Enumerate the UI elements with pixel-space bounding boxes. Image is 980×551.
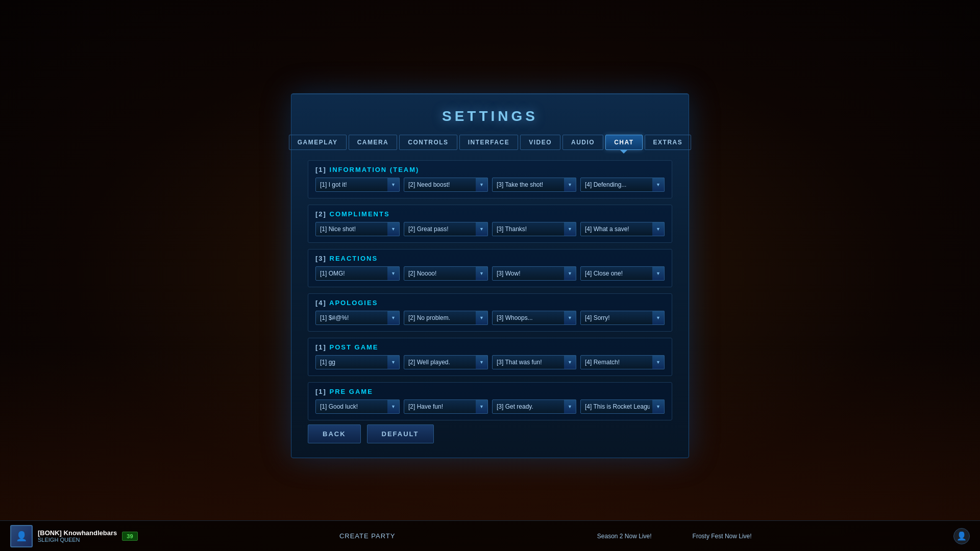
tab-controls[interactable]: CONTROLS <box>399 135 457 150</box>
post-dropdown-3[interactable]: [3] That was fun! <box>492 355 576 369</box>
info-dropdown-2[interactable]: [2] Need boost! <box>404 178 488 192</box>
section-information-bracket: [1] <box>315 166 327 173</box>
react-dropdown-1-wrapper: [1] OMG! <box>315 266 400 281</box>
react-dropdown-2-wrapper: [2] Noooo! <box>404 266 488 281</box>
settings-content: [1] INFORMATION (TEAM) [1] I got it! [2]… <box>308 160 672 420</box>
post-game-dropdowns-row: [1] gg [2] Well played. [3] That was fun… <box>315 355 665 369</box>
reactions-dropdowns-row: [1] OMG! [2] Noooo! [3] Wow! <box>315 266 665 281</box>
post-dropdown-2-wrapper: [2] Well played. <box>404 355 488 369</box>
section-reactions-title: [3] REACTIONS <box>315 255 665 262</box>
pre-dropdown-1-wrapper: [1] Good luck! <box>315 399 400 414</box>
avatar: 👤 <box>10 525 33 547</box>
section-reactions-bracket: [3] <box>315 255 327 262</box>
comp-dropdown-2[interactable]: [2] Great pass! <box>404 222 488 236</box>
info-dropdown-3-wrapper: [3] Take the shot! <box>492 178 576 192</box>
apol-dropdown-4-wrapper: [4] Sorry! <box>580 311 665 325</box>
comp-dropdown-4[interactable]: [4] What a save! <box>580 222 665 236</box>
info-dropdown-2-wrapper: [2] Need boost! <box>404 178 488 192</box>
post-dropdown-4-wrapper: [4] Rematch! <box>580 355 665 369</box>
information-dropdowns-row: [1] I got it! [2] Need boost! [3] Take t… <box>315 178 665 192</box>
player-tag: [BONK] Knowhandlebars <box>38 529 117 537</box>
settings-modal: SETTINGS GAMEPLAY CAMERA CONTROLS INTERF… <box>291 93 689 458</box>
comp-dropdown-1[interactable]: [1] Nice shot! <box>315 222 400 236</box>
section-reactions-name: REACTIONS <box>330 255 378 262</box>
news-ticker: Season 2 Now Live! Frosty Fest Now Live! <box>597 533 752 540</box>
react-dropdown-2[interactable]: [2] Noooo! <box>404 266 488 281</box>
modal-title: SETTINGS <box>308 108 672 124</box>
apol-dropdown-3-wrapper: [3] Whoops... <box>492 311 576 325</box>
bottom-buttons: BACK DEFAULT <box>308 424 672 443</box>
tab-chat[interactable]: CHAT <box>605 135 642 150</box>
section-reactions: [3] REACTIONS [1] OMG! [2] Noooo! <box>308 249 672 287</box>
apol-dropdown-1-wrapper: [1] $#@%! <box>315 311 400 325</box>
section-post-game: [1] POST GAME [1] gg [2] Well played. <box>308 338 672 376</box>
apologies-dropdowns-row: [1] $#@%! [2] No problem. [3] Whoops... <box>315 311 665 325</box>
modal-overlay: SETTINGS GAMEPLAY CAMERA CONTROLS INTERF… <box>0 0 980 551</box>
tab-gameplay[interactable]: GAMEPLAY <box>289 135 347 150</box>
section-compliments-title: [2] COMPLIMENTS <box>315 210 665 218</box>
news-item-1: Season 2 Now Live! <box>597 533 652 540</box>
section-apologies-bracket: [4] <box>315 299 327 307</box>
pre-dropdown-3[interactable]: [3] Get ready. <box>492 399 576 414</box>
pre-game-dropdowns-row: [1] Good luck! [2] Have fun! [3] Get rea… <box>315 399 665 414</box>
section-pre-game-name: PRE GAME <box>330 388 373 395</box>
section-pre-game-bracket: [1] <box>315 388 327 395</box>
tab-audio[interactable]: AUDIO <box>562 135 603 150</box>
tab-extras[interactable]: EXTRAS <box>645 135 692 150</box>
comp-dropdown-3-wrapper: [3] Thanks! <box>492 222 576 236</box>
react-dropdown-1[interactable]: [1] OMG! <box>315 266 400 281</box>
section-compliments-bracket: [2] <box>315 210 327 218</box>
post-dropdown-2[interactable]: [2] Well played. <box>404 355 488 369</box>
pre-dropdown-4-wrapper: [4] This is Rocket League! <box>580 399 665 414</box>
react-dropdown-3-wrapper: [3] Wow! <box>492 266 576 281</box>
apol-dropdown-4[interactable]: [4] Sorry! <box>580 311 665 325</box>
section-information-team-title: [1] INFORMATION (TEAM) <box>315 166 665 173</box>
section-post-game-name: POST GAME <box>330 343 379 351</box>
pre-dropdown-2-wrapper: [2] Have fun! <box>404 399 488 414</box>
section-compliments-name: COMPLIMENTS <box>330 210 390 218</box>
social-icon[interactable]: 👤 <box>953 528 970 544</box>
section-apologies-title: [4] APOLOGIES <box>315 299 665 307</box>
pre-dropdown-4[interactable]: [4] This is Rocket League! <box>580 399 665 414</box>
compliments-dropdowns-row: [1] Nice shot! [2] Great pass! [3] Thank… <box>315 222 665 236</box>
comp-dropdown-1-wrapper: [1] Nice shot! <box>315 222 400 236</box>
section-information-team: [1] INFORMATION (TEAM) [1] I got it! [2]… <box>308 160 672 198</box>
create-party-button[interactable]: CREATE PARTY <box>339 532 396 540</box>
post-dropdown-4[interactable]: [4] Rematch! <box>580 355 665 369</box>
comp-dropdown-3[interactable]: [3] Thanks! <box>492 222 576 236</box>
post-dropdown-3-wrapper: [3] That was fun! <box>492 355 576 369</box>
tabs-container: GAMEPLAY CAMERA CONTROLS INTERFACE VIDEO… <box>308 135 672 150</box>
pre-dropdown-2[interactable]: [2] Have fun! <box>404 399 488 414</box>
pre-dropdown-1[interactable]: [1] Good luck! <box>315 399 400 414</box>
section-post-game-bracket: [1] <box>315 343 327 351</box>
pre-dropdown-3-wrapper: [3] Get ready. <box>492 399 576 414</box>
apol-dropdown-1[interactable]: [1] $#@%! <box>315 311 400 325</box>
back-button[interactable]: BACK <box>308 424 361 443</box>
section-apologies: [4] APOLOGIES [1] $#@%! [2] No problem. <box>308 293 672 332</box>
apol-dropdown-2[interactable]: [2] No problem. <box>404 311 488 325</box>
react-dropdown-3[interactable]: [3] Wow! <box>492 266 576 281</box>
apol-dropdown-3[interactable]: [3] Whoops... <box>492 311 576 325</box>
section-compliments: [2] COMPLIMENTS [1] Nice shot! [2] Great… <box>308 205 672 243</box>
comp-dropdown-2-wrapper: [2] Great pass! <box>404 222 488 236</box>
post-dropdown-1[interactable]: [1] gg <box>315 355 400 369</box>
react-dropdown-4[interactable]: [4] Close one! <box>580 266 665 281</box>
info-dropdown-3[interactable]: [3] Take the shot! <box>492 178 576 192</box>
player-level: 39 <box>122 532 137 541</box>
news-item-2: Frosty Fest Now Live! <box>693 533 752 540</box>
info-dropdown-4[interactable]: [4] Defending... <box>580 178 665 192</box>
post-dropdown-1-wrapper: [1] gg <box>315 355 400 369</box>
default-button[interactable]: DEFAULT <box>367 424 434 443</box>
section-apologies-name: APOLOGIES <box>329 299 378 307</box>
comp-dropdown-4-wrapper: [4] What a save! <box>580 222 665 236</box>
section-post-game-title: [1] POST GAME <box>315 343 665 351</box>
tab-camera[interactable]: CAMERA <box>349 135 398 150</box>
tab-interface[interactable]: INTERFACE <box>459 135 519 150</box>
info-dropdown-1[interactable]: [1] I got it! <box>315 178 400 192</box>
tab-video[interactable]: VIDEO <box>520 135 560 150</box>
info-dropdown-4-wrapper: [4] Defending... <box>580 178 665 192</box>
player-info: 👤 [BONK] Knowhandlebars SLEIGH QUEEN 39 <box>10 525 138 547</box>
apol-dropdown-2-wrapper: [2] No problem. <box>404 311 488 325</box>
react-dropdown-4-wrapper: [4] Close one! <box>580 266 665 281</box>
player-title: SLEIGH QUEEN <box>38 537 117 543</box>
